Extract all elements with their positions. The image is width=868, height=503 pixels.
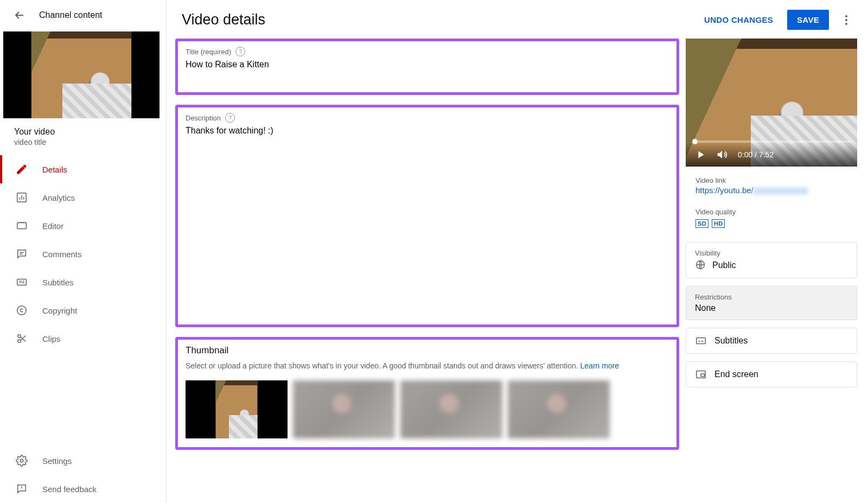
thumbnail-option-1[interactable] bbox=[186, 380, 288, 438]
help-icon[interactable]: ? bbox=[225, 113, 235, 123]
your-video-heading: Your video bbox=[14, 127, 152, 137]
globe-icon bbox=[695, 259, 707, 271]
end-screen-panel[interactable]: End screen bbox=[686, 361, 857, 387]
sidebar-item-label: Clips bbox=[42, 334, 60, 343]
sidebar-item-label: Details bbox=[42, 165, 67, 174]
undo-changes-button[interactable]: UNDO CHANGES bbox=[697, 10, 781, 30]
sidebar-item-label: Settings bbox=[42, 456, 72, 466]
sidebar-item-label: Subtitles bbox=[42, 278, 74, 287]
hd-badge: HD bbox=[712, 219, 725, 228]
play-icon[interactable] bbox=[694, 149, 706, 161]
subtitles-panel-label: Subtitles bbox=[714, 336, 748, 346]
sidebar-item-comments[interactable]: Comments bbox=[0, 240, 166, 268]
description-label: Description bbox=[186, 114, 221, 122]
center-column: Title (required) ? Description ? bbox=[167, 39, 686, 503]
video-preview[interactable]: 0:00 / 7:52 bbox=[686, 39, 857, 167]
title-highlight: Title (required) ? bbox=[175, 39, 679, 95]
sidebar-item-label: Editor bbox=[42, 221, 63, 231]
save-button[interactable]: SAVE bbox=[787, 10, 829, 30]
back-arrow-icon[interactable] bbox=[13, 9, 26, 22]
sidebar-item-label: Comments bbox=[42, 250, 82, 259]
thumbnail-section: Thumbnail Select or upload a picture tha… bbox=[178, 340, 676, 447]
sidebar-item-label: Copyright bbox=[42, 306, 77, 315]
video-link-block: Video link https://youtu.be/ bbox=[686, 172, 868, 203]
thumbnail-option-2[interactable] bbox=[293, 380, 395, 438]
page-title: Video details bbox=[182, 11, 690, 28]
video-link-value[interactable]: https://youtu.be/ bbox=[695, 186, 858, 195]
sidebar-header: Channel content bbox=[0, 4, 166, 31]
restrictions-label: Restrictions bbox=[695, 293, 848, 301]
subtitles-icon bbox=[15, 276, 28, 289]
thumbnail-highlight: Thumbnail Select or upload a picture tha… bbox=[175, 337, 679, 450]
visibility-panel[interactable]: Visibility Public bbox=[686, 242, 857, 278]
title-input[interactable] bbox=[186, 60, 669, 69]
svg-point-8 bbox=[845, 19, 847, 21]
thumbnail-heading: Thumbnail bbox=[186, 345, 669, 356]
pencil-icon bbox=[15, 163, 28, 176]
sidebar-item-clips[interactable]: Clips bbox=[0, 324, 166, 353]
analytics-icon bbox=[15, 191, 28, 204]
end-screen-icon bbox=[695, 368, 707, 380]
restrictions-panel[interactable]: Restrictions None bbox=[686, 286, 857, 320]
svg-rect-1 bbox=[17, 223, 27, 229]
description-highlight: Description ? bbox=[175, 105, 679, 327]
svg-point-7 bbox=[845, 15, 847, 17]
thumbnail-option-4[interactable] bbox=[508, 380, 610, 438]
sidebar-item-analytics[interactable]: Analytics bbox=[0, 183, 166, 212]
comments-icon bbox=[15, 247, 28, 260]
sidebar: Channel content Your video video title D… bbox=[0, 0, 167, 503]
sidebar-item-label: Analytics bbox=[42, 193, 75, 202]
sidebar-video-title-block: Your video video title bbox=[0, 125, 166, 155]
restrictions-value: None bbox=[695, 303, 716, 313]
more-options-icon[interactable] bbox=[840, 14, 853, 27]
main: Video details UNDO CHANGES SAVE Title (r… bbox=[167, 0, 868, 503]
topbar: Video details UNDO CHANGES SAVE bbox=[167, 0, 868, 39]
sidebar-item-settings[interactable]: Settings bbox=[0, 447, 166, 475]
visibility-label: Visibility bbox=[695, 249, 848, 257]
title-label: Title (required) bbox=[186, 48, 231, 56]
video-link-label: Video link bbox=[695, 176, 858, 184]
sidebar-item-details[interactable]: Details bbox=[0, 155, 166, 183]
subtitles-panel[interactable]: Subtitles bbox=[686, 328, 857, 354]
sidebar-item-subtitles[interactable]: Subtitles bbox=[0, 268, 166, 296]
video-quality-label: Video quality bbox=[695, 208, 858, 216]
sidebar-item-editor[interactable]: Editor bbox=[0, 212, 166, 240]
sidebar-item-feedback[interactable]: Send feedback bbox=[0, 475, 166, 503]
learn-more-link[interactable]: Learn more bbox=[580, 361, 620, 370]
visibility-value: Public bbox=[712, 260, 736, 270]
sidebar-item-label: Send feedback bbox=[42, 485, 97, 494]
svg-point-6 bbox=[20, 459, 23, 462]
right-column: 0:00 / 7:52 Video link https://youtu.be/… bbox=[686, 39, 868, 503]
video-quality-block: Video quality SD HD bbox=[686, 203, 868, 237]
feedback-icon bbox=[15, 482, 28, 495]
sidebar-item-copyright[interactable]: Copyright bbox=[0, 296, 166, 324]
description-input[interactable] bbox=[186, 126, 669, 300]
title-field[interactable]: Title (required) ? bbox=[178, 41, 676, 92]
description-field[interactable]: Description ? bbox=[178, 107, 676, 324]
sd-badge: SD bbox=[695, 219, 709, 228]
thumbnail-row bbox=[186, 380, 669, 438]
sidebar-thumbnail[interactable] bbox=[0, 31, 166, 125]
subtitles-icon bbox=[695, 335, 707, 347]
clips-icon bbox=[15, 332, 28, 345]
gear-icon bbox=[15, 454, 28, 467]
preview-time: 0:00 / 7:52 bbox=[738, 150, 774, 159]
thumbnail-text: Select or upload a picture that shows wh… bbox=[186, 360, 669, 372]
svg-rect-2 bbox=[17, 279, 27, 285]
end-screen-label: End screen bbox=[714, 370, 758, 379]
channel-content-label[interactable]: Channel content bbox=[39, 10, 103, 20]
volume-icon[interactable] bbox=[716, 149, 728, 161]
svg-rect-11 bbox=[697, 338, 706, 344]
thumbnail-option-3[interactable] bbox=[400, 380, 502, 438]
help-icon[interactable]: ? bbox=[235, 47, 245, 56]
copyright-icon bbox=[15, 304, 28, 317]
svg-point-9 bbox=[845, 23, 847, 25]
svg-point-3 bbox=[17, 306, 27, 315]
your-video-subtitle: video title bbox=[14, 138, 152, 147]
svg-rect-13 bbox=[701, 374, 704, 377]
editor-icon bbox=[15, 219, 28, 232]
